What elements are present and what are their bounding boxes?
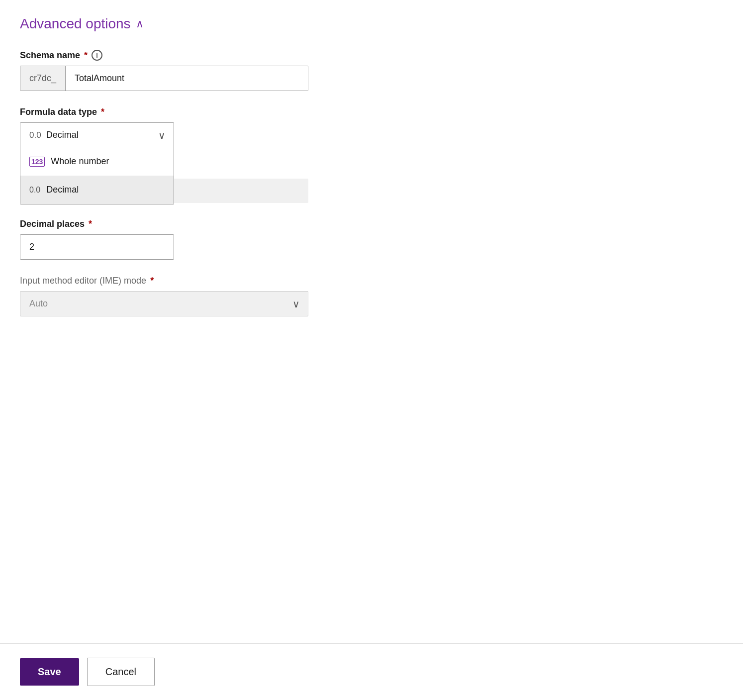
decimal-places-label: Decimal places *	[20, 219, 328, 229]
decimal-label: Decimal	[46, 185, 79, 195]
advanced-options-title: Advanced options	[20, 16, 131, 32]
formula-data-type-dropdown-wrapper: 0.0 Decimal ∨ 123 Whole number 0.0 Decim…	[20, 122, 174, 147]
cancel-button[interactable]: Cancel	[87, 658, 155, 686]
ime-mode-label: Input method editor (IME) mode *	[20, 276, 328, 286]
whole-number-label: Whole number	[51, 156, 109, 167]
selected-icon: 0.0	[29, 130, 41, 140]
formula-data-type-required: *	[101, 107, 104, 117]
selected-value: Decimal	[46, 130, 79, 140]
ime-mode-dropdown: Auto ∨	[20, 291, 308, 316]
form-section: Schema name * i cr7dc_ Formula data type…	[20, 50, 328, 316]
schema-name-info-icon[interactable]: i	[92, 50, 102, 61]
save-button[interactable]: Save	[20, 658, 79, 686]
decimal-places-group: Decimal places *	[20, 219, 328, 260]
whole-number-icon: 123	[29, 157, 45, 167]
dropdown-item-decimal[interactable]: 0.0 Decimal	[20, 176, 174, 204]
schema-input-wrapper: cr7dc_	[20, 66, 308, 91]
formula-data-type-dropdown-list: 123 Whole number 0.0 Decimal	[20, 147, 174, 204]
schema-name-group: Schema name * i cr7dc_	[20, 50, 328, 91]
schema-name-required: *	[84, 50, 88, 61]
advanced-options-header: Advanced options ∧	[20, 16, 723, 32]
dropdown-item-whole-number[interactable]: 123 Whole number	[20, 147, 174, 176]
ime-mode-chevron-icon: ∨	[292, 298, 300, 310]
schema-name-label: Schema name * i	[20, 50, 328, 61]
formula-data-type-label: Formula data type *	[20, 107, 328, 117]
ime-mode-required: *	[150, 276, 154, 286]
footer-bar: Save Cancel	[0, 643, 743, 700]
decimal-places-required: *	[89, 219, 92, 229]
schema-name-input[interactable]	[66, 66, 308, 91]
decimal-icon: 0.0	[29, 186, 40, 195]
ime-mode-group: Input method editor (IME) mode * Auto ∨	[20, 276, 328, 316]
dropdown-chevron-icon: ∨	[158, 129, 166, 141]
formula-data-type-group: Formula data type * 0.0 Decimal ∨ 123 Wh…	[20, 107, 328, 147]
decimal-places-input[interactable]	[20, 234, 174, 260]
formula-data-type-dropdown[interactable]: 0.0 Decimal ∨	[20, 122, 174, 147]
advanced-options-toggle[interactable]: ∧	[136, 17, 144, 30]
schema-prefix: cr7dc_	[20, 66, 66, 91]
ime-mode-value: Auto	[29, 299, 48, 309]
